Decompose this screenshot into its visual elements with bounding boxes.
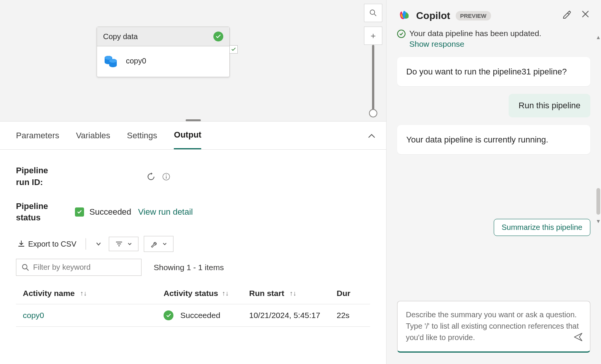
copilot-header: Copilot PREVIEW	[386, 0, 601, 29]
composer[interactable]: Describe the summary you want or ask a q…	[397, 301, 590, 353]
export-csv-button[interactable]: Export to CSV	[16, 237, 78, 252]
pipeline-run-id-row: Pipeline run ID:	[16, 165, 370, 188]
zoom-search-button[interactable]	[364, 4, 382, 22]
scrollbar[interactable]: ▲ ▼	[596, 34, 600, 224]
canvas-tools: ＋	[364, 4, 382, 113]
tab-output[interactable]: Output	[174, 122, 201, 149]
suggestion-row: Summarize this pipeline	[397, 162, 590, 236]
output-table: Activity name ↑↓ Activity status ↑↓ Run …	[16, 283, 370, 327]
zoom-slider-thumb[interactable]	[369, 109, 377, 117]
cell-activity-name[interactable]: copy0	[23, 311, 44, 320]
clear-icon[interactable]	[562, 10, 571, 21]
prev-message-truncated: Your data pipeline has been updated.	[397, 29, 590, 38]
main-area: Copy data copy0	[0, 0, 386, 364]
prev-message-text: Your data pipeline has been updated.	[397, 29, 590, 38]
assistant-message: Do you want to run the pipeline31 pipeli…	[397, 57, 590, 86]
svg-line-5	[374, 14, 376, 16]
assistant-message: Your data pipeline is currently running.	[397, 125, 590, 154]
export-dropdown[interactable]	[94, 241, 103, 247]
cell-duration: 22s	[337, 311, 350, 320]
zoom-in-button[interactable]: ＋	[364, 27, 382, 45]
table-row[interactable]: copy0 Succeeded 10/21/2024, 5:45:17 22s	[16, 304, 370, 327]
tab-settings[interactable]: Settings	[127, 122, 157, 149]
success-icon	[213, 32, 223, 41]
info-icon[interactable]	[161, 171, 172, 182]
status-value: Succeeded	[89, 207, 131, 217]
user-message: Run this pipeline	[509, 94, 590, 117]
tab-parameters[interactable]: Parameters	[16, 122, 59, 149]
run-id-label: Pipeline run ID:	[16, 165, 62, 188]
sort-icon[interactable]: ↑↓	[289, 290, 296, 298]
collapse-panel-button[interactable]	[368, 131, 375, 141]
svg-point-8	[166, 174, 167, 175]
check-circle-icon	[397, 30, 405, 38]
svg-point-3	[109, 59, 117, 63]
col-run-start: Run start	[249, 289, 284, 298]
svg-line-13	[27, 269, 29, 271]
output-toolbar: Export to CSV	[16, 236, 370, 252]
activity-body: copy0	[97, 46, 229, 77]
activity-name: copy0	[126, 57, 146, 65]
activity-node-copy-data[interactable]: Copy data copy0	[97, 27, 230, 77]
filter-keyword-input-wrap[interactable]	[16, 259, 142, 276]
divider	[86, 238, 86, 250]
scroll-down-icon[interactable]: ▼	[596, 218, 601, 224]
close-icon[interactable]	[581, 10, 590, 21]
pipeline-canvas[interactable]: Copy data copy0	[0, 0, 386, 122]
svg-point-1	[105, 56, 112, 60]
sort-icon[interactable]: ↑↓	[80, 290, 87, 298]
cell-run-start: 10/21/2024, 5:45:17	[249, 311, 320, 320]
scroll-up-icon[interactable]: ▲	[596, 34, 601, 40]
col-activity-name: Activity name	[23, 289, 75, 298]
composer-placeholder: Describe the summary you want or ask a q…	[406, 309, 582, 343]
sort-icon[interactable]: ↑↓	[222, 290, 229, 298]
export-label: Export to CSV	[28, 240, 76, 248]
scroll-thumb[interactable]	[596, 188, 600, 215]
view-run-detail-link[interactable]: View run detail	[138, 207, 193, 217]
filter-row: Showing 1 - 1 items	[16, 259, 370, 276]
status-label: Pipeline status	[16, 201, 62, 224]
node-success-handle[interactable]	[229, 45, 238, 54]
table-header: Activity name ↑↓ Activity status ↑↓ Run …	[16, 283, 370, 304]
svg-point-12	[22, 264, 27, 269]
show-response-link[interactable]: Show response	[397, 40, 590, 49]
showing-count: Showing 1 - 1 items	[154, 263, 224, 272]
suggestion-chip[interactable]: Summarize this pipeline	[494, 219, 590, 236]
send-icon[interactable]	[573, 331, 583, 346]
detail-tabs: Parameters Variables Settings Output	[0, 122, 386, 150]
tab-variables[interactable]: Variables	[76, 122, 110, 149]
copilot-panel: Copilot PREVIEW Your data pipeline has b…	[386, 0, 601, 364]
copilot-logo-icon	[398, 9, 411, 22]
status-success-icon	[75, 207, 84, 217]
tools-button[interactable]	[144, 236, 173, 252]
preview-badge: PREVIEW	[456, 11, 491, 21]
svg-point-4	[370, 10, 375, 14]
activity-header: Copy data	[97, 27, 229, 46]
search-icon	[22, 264, 29, 271]
output-content: Pipeline run ID: Pipeline status Succeed…	[0, 150, 386, 364]
activity-title: Copy data	[103, 32, 138, 41]
refresh-icon[interactable]	[145, 171, 157, 182]
zoom-slider[interactable]	[372, 45, 374, 113]
col-duration: Dur	[337, 289, 350, 298]
col-activity-status: Activity status	[164, 289, 218, 298]
copilot-body: Your data pipeline has been updated. Sho…	[386, 29, 601, 295]
pipeline-status-row: Pipeline status Succeeded View run detai…	[16, 201, 370, 224]
database-icon	[103, 53, 118, 68]
panel-resize-handle[interactable]	[186, 119, 201, 121]
filter-keyword-input[interactable]	[33, 263, 136, 272]
filter-options-button[interactable]	[109, 237, 138, 251]
success-icon	[164, 310, 173, 320]
copilot-title: Copilot	[416, 10, 450, 22]
cell-activity-status: Succeeded	[180, 311, 220, 320]
